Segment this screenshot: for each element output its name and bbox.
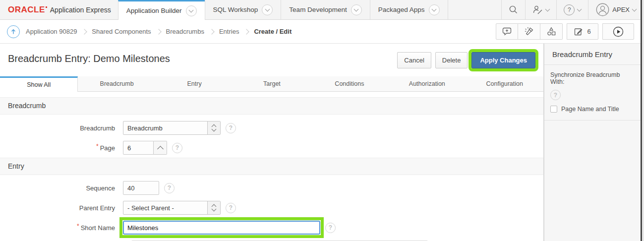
main-content: Breadcrumb Entry: Demo Milestones Cancel… — [0, 44, 544, 241]
form-action-buttons: Cancel Delete Apply Changes — [397, 52, 535, 68]
chevron-down-icon[interactable] — [429, 4, 440, 15]
breadcrumb-link[interactable]: Breadcrumbs — [166, 28, 204, 35]
help-icon[interactable]: ? — [550, 90, 561, 100]
short-name-input[interactable] — [123, 221, 320, 235]
select-spinner-icon[interactable] — [207, 121, 220, 134]
tab-sql-workshop[interactable]: SQL Workshop — [205, 0, 281, 19]
sequence-input[interactable] — [123, 181, 159, 195]
region-tabs: Show All Breadcrumb Entry Target Conditi… — [0, 76, 543, 92]
breadcrumb-select-value: Breadcrumb — [123, 121, 207, 134]
tab-label: Packaged Apps — [378, 6, 425, 13]
tab-target[interactable]: Target — [233, 76, 310, 91]
tab-configuration[interactable]: Configuration — [466, 76, 543, 91]
breadcrumb-link[interactable]: Shared Components — [92, 28, 151, 35]
tab-breadcrumb[interactable]: Breadcrumb — [78, 76, 155, 91]
tab-team-development[interactable]: Team Development — [281, 0, 369, 19]
user-avatar-icon — [596, 3, 609, 16]
chevron-down-icon — [545, 6, 550, 11]
field-row-parent-entry: Parent Entry - Select Parent - ? — [0, 201, 543, 215]
section-header-breadcrumb: Breadcrumb — [0, 97, 543, 115]
edit-page-number: 6 — [587, 28, 590, 35]
breadcrumb-separator-icon — [244, 29, 249, 34]
sequence-field-label: Sequence — [0, 184, 123, 192]
tab-show-all[interactable]: Show All — [0, 76, 78, 92]
user-account-menu[interactable]: APEX — [588, 0, 644, 19]
apex-window: ORACLE Application Express Application B… — [0, 0, 644, 241]
utility-button-group — [496, 23, 563, 40]
help-icon: ? — [564, 4, 575, 15]
find-button[interactable] — [518, 23, 540, 40]
edit-page-group: 6 — [567, 23, 598, 40]
tab-entry[interactable]: Entry — [156, 76, 233, 91]
chevron-down-icon — [577, 6, 582, 11]
page-action-buttons: 6 — [496, 23, 638, 40]
breadcrumb-select[interactable]: Breadcrumb — [123, 121, 221, 135]
field-row-breadcrumb: Breadcrumb Breadcrumb ? — [0, 121, 543, 135]
help-icon[interactable]: ? — [164, 183, 175, 193]
page-title: Breadcrumb Entry: Demo Milestones — [8, 53, 170, 64]
help-icon[interactable]: ? — [172, 143, 182, 153]
breadcrumb-bar: Application 90829 Shared Components Brea… — [0, 20, 644, 44]
sidebar-title: Breadcrumb Entry — [544, 44, 641, 65]
right-sidebar: Breadcrumb Entry Synchronize Breadcrumb … — [544, 44, 641, 241]
edit-page-button[interactable]: 6 — [567, 23, 598, 40]
search-button[interactable] — [501, 0, 525, 19]
page-name-title-checkbox-row[interactable]: Page Name and Title — [550, 106, 635, 113]
breadcrumb-separator-icon — [156, 29, 161, 34]
breadcrumb-link[interactable]: Application 90829 — [26, 28, 77, 35]
parent-entry-select[interactable]: - Select Parent - — [123, 201, 221, 215]
breadcrumb-separator-icon — [82, 29, 87, 34]
oracle-brand: ORACLE — [8, 5, 45, 15]
page-field-label: *Page — [0, 144, 123, 152]
field-row-page: *Page ? — [0, 141, 543, 155]
navigate-up-button[interactable] — [7, 25, 20, 38]
tab-authorization[interactable]: Authorization — [388, 76, 466, 91]
oracle-apex-logo: ORACLE Application Express — [0, 0, 118, 19]
tab-packaged-apps[interactable]: Packaged Apps — [370, 0, 448, 19]
feedback-button[interactable] — [496, 23, 518, 40]
checkbox-label: Page Name and Title — [561, 106, 619, 113]
flashlight-icon — [524, 27, 534, 37]
page-input[interactable] — [123, 141, 154, 155]
help-icon[interactable]: ? — [325, 223, 336, 233]
select-spinner-icon[interactable] — [207, 201, 220, 214]
tab-label: Application Builder — [126, 7, 182, 14]
edit-page-icon — [574, 27, 584, 36]
short-name-field-label: *Short Name — [0, 224, 123, 232]
checkbox-icon[interactable] — [550, 106, 557, 113]
shared-components-button[interactable] — [540, 23, 563, 40]
chevron-down-icon[interactable] — [262, 4, 273, 15]
cancel-button[interactable]: Cancel — [397, 52, 431, 68]
arrow-up-icon — [10, 29, 16, 35]
top-nav-bar: ORACLE Application Express Application B… — [0, 0, 644, 20]
field-row-short-name: *Short Name ? — [0, 221, 543, 235]
section-header-entry: Entry — [0, 158, 543, 175]
apply-changes-button[interactable]: Apply Changes — [471, 52, 535, 68]
sync-heading: Synchronize Breadcrumb With: — [550, 71, 635, 85]
administration-menu[interactable] — [525, 0, 556, 19]
breadcrumb-link[interactable]: Entries — [219, 28, 239, 35]
tab-application-builder[interactable]: Application Builder — [118, 0, 205, 20]
delete-button[interactable]: Delete — [435, 52, 468, 68]
help-icon[interactable]: ? — [226, 203, 236, 213]
shapes-icon — [546, 27, 556, 36]
page-picker-button[interactable] — [154, 141, 167, 155]
chevron-up-icon — [157, 146, 164, 152]
tab-conditions[interactable]: Conditions — [311, 76, 388, 91]
highlight-box — [123, 221, 320, 235]
field-row-sequence: Sequence ? — [0, 181, 543, 195]
search-icon — [509, 5, 518, 14]
run-page-button[interactable] — [602, 23, 634, 40]
breadcrumb-trail: Application 90829 Shared Components Brea… — [26, 28, 292, 35]
chevron-down-icon[interactable] — [351, 4, 362, 15]
top-nav-tabs: Application Builder SQL Workshop Team De… — [118, 0, 448, 19]
parent-entry-select-value: - Select Parent - — [123, 201, 207, 214]
help-menu[interactable]: ? — [556, 0, 588, 19]
breadcrumb-current: Create / Edit — [254, 28, 292, 35]
help-icon[interactable]: ? — [226, 123, 236, 133]
tab-label: SQL Workshop — [213, 6, 258, 13]
scrollbar-track[interactable] — [641, 0, 644, 241]
top-nav-utilities: ? APEX — [501, 0, 644, 19]
breadcrumb-field-label: Breadcrumb — [0, 124, 123, 132]
chevron-down-icon[interactable] — [186, 5, 197, 16]
